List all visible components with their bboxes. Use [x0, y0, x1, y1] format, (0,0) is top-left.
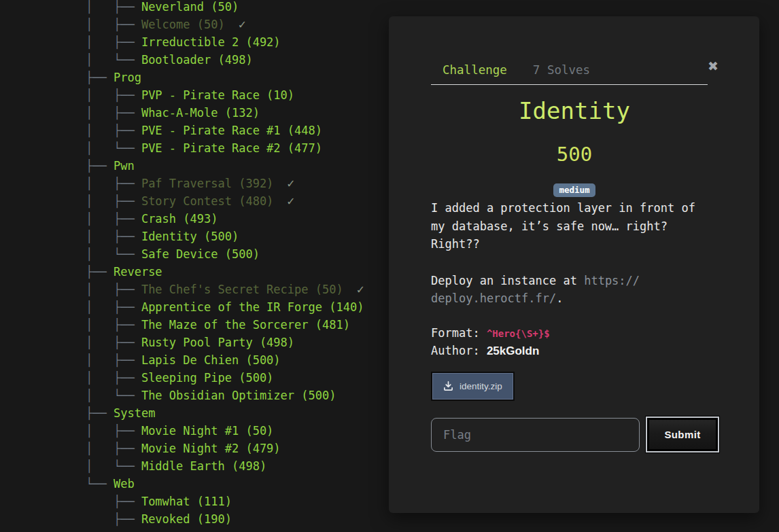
tree-connector: │ ├── — [86, 124, 141, 137]
download-icon — [443, 381, 453, 391]
tree-connector: │ ├── — [86, 230, 141, 243]
difficulty-badge: medium — [553, 183, 595, 197]
flag-format: ^Hero{\S+}$ — [487, 328, 550, 339]
tree-item-neverland-50[interactable]: Neverland (50) — [141, 0, 239, 14]
deploy-url-scheme[interactable]: https:// — [584, 274, 640, 287]
tree-item-the-obsidian-optimizer-500[interactable]: The Obsidian Optimizer (500) — [141, 389, 336, 402]
tree-connector: ├── — [86, 406, 114, 420]
tree-item-whac-a-mole-132[interactable]: Whac-A-Mole (132) — [141, 106, 260, 120]
tree-connector: │ ├── — [86, 283, 141, 296]
tree-connector: │ └── — [86, 53, 141, 67]
deploy-prefix-text: Deploy an instance at — [431, 274, 584, 287]
download-button[interactable]: identity.zip — [432, 373, 513, 400]
tree-connector: ├── — [86, 159, 114, 173]
tree-row: ├── Reverse — [86, 263, 364, 281]
tab-underline — [431, 84, 708, 85]
solved-check-icon: ✓ — [357, 282, 364, 296]
tree-row: │ ├── Movie Night #1 (50) — [86, 422, 364, 440]
tree-row: │ └── The Obsidian Optimizer (500) — [86, 387, 364, 404]
challenge-modal: ✖ Challenge7 Solves Identity 500 medium … — [389, 16, 759, 513]
tree-item-lapis-de-chien-500[interactable]: Lapis De Chien (500) — [141, 353, 281, 367]
tree-item-revoked-190[interactable]: Revoked (190) — [141, 512, 232, 526]
tree-connector: │ ├── — [86, 106, 141, 120]
tree-connector: │ ├── — [86, 442, 141, 455]
tree-item-pve-pirate-race-2-477[interactable]: PVE - Pirate Race #2 (477) — [141, 141, 322, 155]
tree-item-the-maze-of-the-sorcerer-481[interactable]: The Maze of the Sorcerer (481) — [141, 318, 350, 332]
tree-category-prog[interactable]: Prog — [114, 71, 141, 84]
tree-row: ├── System — [86, 404, 364, 422]
tree-connector: │ └── — [86, 247, 141, 261]
tree-item-crash-493[interactable]: Crash (493) — [141, 212, 218, 226]
tree-connector: ├── — [86, 265, 114, 279]
tree-connector: │ ├── — [86, 300, 141, 314]
submit-button[interactable]: Submit — [646, 416, 719, 453]
tree-row: │ ├── PVP - Pirate Race (10) — [86, 86, 364, 104]
tree-row: │ ├── Movie Night #2 (479) — [86, 440, 364, 457]
tree-item-bootloader-498[interactable]: Bootloader (498) — [141, 53, 253, 67]
submit-row: Submit — [431, 416, 719, 453]
tree-connector: │ └── — [86, 459, 141, 473]
tree-row: │ ├── Paf Traversal (392)✓ — [86, 175, 364, 192]
tree-connector: │ ├── — [86, 0, 141, 14]
close-icon[interactable]: ✖ — [708, 60, 719, 73]
challenge-tree: │ ├── Neverland (50)│ ├── Welcome (50)✓│… — [86, 0, 364, 528]
tree-connector: │ ├── — [86, 371, 141, 385]
tree-item-story-contest-480[interactable]: Story Contest (480) — [141, 194, 273, 208]
tree-item-the-chef-s-secret-recipe-50[interactable]: The Chef's Secret Recipe (50) — [141, 283, 343, 296]
tree-item-sleeping-pipe-500[interactable]: Sleeping Pipe (500) — [141, 371, 273, 385]
tree-connector: │ ├── — [86, 212, 141, 226]
tab-challenge[interactable]: Challenge — [443, 63, 507, 77]
tree-row: │ └── PVE - Pirate Race #2 (477) — [86, 139, 364, 157]
tree-item-movie-night-1-50[interactable]: Movie Night #1 (50) — [141, 424, 273, 438]
tree-item-pve-pirate-race-1-448[interactable]: PVE - Pirate Race #1 (448) — [141, 124, 322, 137]
tree-connector: └── — [86, 477, 114, 491]
tree-category-web[interactable]: Web — [114, 477, 135, 491]
tab-7-solves[interactable]: 7 Solves — [533, 63, 590, 77]
tree-row: │ ├── Rusty Pool Party (498) — [86, 334, 364, 351]
tree-row: │ ├── Story Contest (480)✓ — [86, 192, 364, 210]
tree-row: │ └── Safe Device (500) — [86, 245, 364, 263]
tree-item-middle-earth-498[interactable]: Middle Earth (498) — [141, 459, 266, 473]
tree-row: │ └── Bootloader (498) — [86, 51, 364, 69]
tree-row: │ ├── Welcome (50)✓ — [86, 16, 364, 33]
tree-row: ├── Revoked (190) — [86, 510, 364, 528]
tree-item-safe-device-500[interactable]: Safe Device (500) — [141, 247, 260, 261]
tree-connector: │ ├── — [86, 353, 141, 367]
tree-item-identity-500[interactable]: Identity (500) — [141, 230, 239, 243]
badge-row: medium — [431, 183, 718, 197]
description-text: I added a protection layer in front of m… — [431, 199, 704, 253]
solved-check-icon: ✓ — [287, 176, 294, 190]
deploy-url-host[interactable]: deploy.heroctf.fr/ — [431, 291, 556, 305]
tree-row: │ ├── Whac-A-Mole (132) — [86, 104, 364, 122]
deploy-suffix-text: . — [556, 291, 563, 305]
tree-connector: │ └── — [86, 389, 141, 402]
tree-connector: ├── — [86, 495, 141, 508]
author-label: Author: — [431, 344, 487, 357]
tree-item-rusty-pool-party-498[interactable]: Rusty Pool Party (498) — [141, 336, 294, 349]
download-filename: identity.zip — [460, 381, 502, 391]
tree-item-welcome-50[interactable]: Welcome (50) — [141, 18, 225, 31]
flag-input[interactable] — [431, 418, 640, 452]
tree-item-pvp-pirate-race-10[interactable]: PVP - Pirate Race (10) — [141, 88, 294, 102]
tree-item-movie-night-2-479[interactable]: Movie Night #2 (479) — [141, 442, 281, 455]
tree-category-system[interactable]: System — [114, 406, 155, 420]
tree-connector: │ ├── — [86, 88, 141, 102]
tree-category-reverse[interactable]: Reverse — [114, 265, 162, 279]
tree-row: │ ├── Crash (493) — [86, 210, 364, 228]
tree-row: ├── Tomwhat (111) — [86, 493, 364, 510]
tree-row: │ └── Middle Earth (498) — [86, 457, 364, 475]
tree-item-paf-traversal-392[interactable]: Paf Traversal (392) — [141, 177, 273, 190]
tree-row: │ ├── Lapis De Chien (500) — [86, 351, 364, 369]
format-label: Format: — [431, 326, 487, 340]
tree-row: │ ├── Apprentice of the IR Forge (140) — [86, 298, 364, 316]
tree-row: ├── Pwn — [86, 157, 364, 175]
tree-category-pwn[interactable]: Pwn — [114, 159, 135, 173]
tree-item-apprentice-of-the-ir-forge-140[interactable]: Apprentice of the IR Forge (140) — [141, 300, 364, 314]
challenge-description: I added a protection layer in front of m… — [431, 199, 704, 308]
deploy-line: Deploy an instance at https://deploy.her… — [431, 272, 704, 308]
challenge-title: Identity — [431, 97, 718, 124]
tree-item-tomwhat-111[interactable]: Tomwhat (111) — [141, 495, 232, 508]
format-line: Format: ^Hero{\S+}$ — [431, 326, 550, 340]
tree-item-irreductible-2-492[interactable]: Irreductible 2 (492) — [141, 35, 281, 49]
tree-connector: │ ├── — [86, 318, 141, 332]
